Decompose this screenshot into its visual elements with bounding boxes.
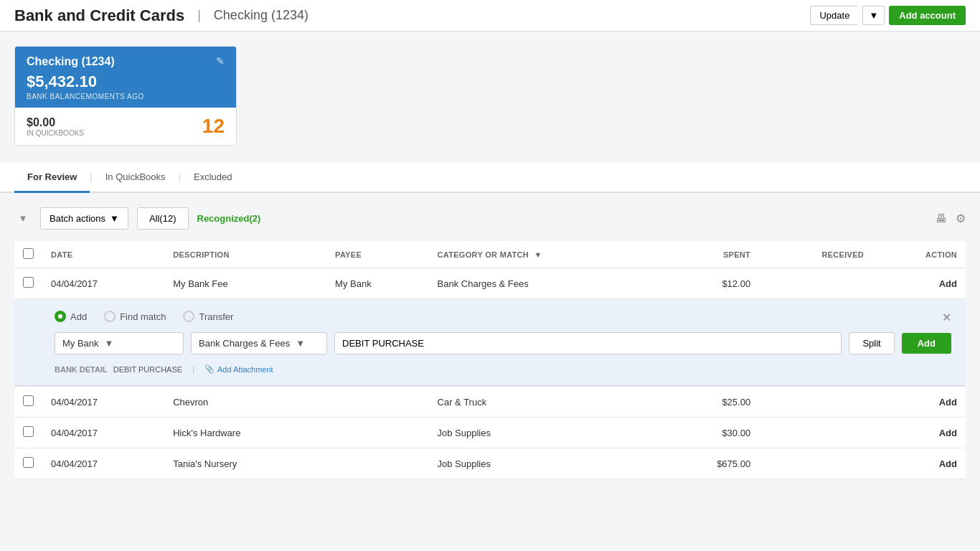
row-checkbox[interactable] <box>23 426 34 437</box>
row-payee: My Bank <box>326 268 428 299</box>
update-button[interactable]: Update <box>810 6 858 25</box>
row-spent: $30.00 <box>661 418 759 448</box>
row-checkbox[interactable] <box>23 277 34 288</box>
tab-excluded[interactable]: Excluded <box>181 163 245 193</box>
category-sort-icon[interactable]: ▼ <box>534 250 542 259</box>
description-header: DESCRIPTION <box>164 241 326 268</box>
select-all-checkbox[interactable] <box>23 248 34 259</box>
batch-actions-label: Batch actions <box>50 213 105 224</box>
row-checkbox[interactable] <box>23 457 34 468</box>
row-description: My Bank Fee <box>164 268 326 299</box>
option-add[interactable]: Add <box>55 311 87 322</box>
row-received <box>759 387 872 418</box>
row-checkbox-cell <box>14 448 42 479</box>
date-header: DATE <box>42 241 164 268</box>
qb-balance-label: IN QUICKBOOKS <box>27 129 84 137</box>
expand-fields: My Bank ▼ Bank Charges & Fees ▼ Split Ad… <box>55 332 951 354</box>
table-row[interactable]: 04/04/2017 My Bank Fee My Bank Bank Char… <box>14 268 966 299</box>
print-icon[interactable]: 🖶 <box>936 212 947 225</box>
tab-for-review[interactable]: For Review <box>14 163 90 193</box>
row-category: Job Supplies <box>429 418 662 448</box>
bank-detail-value: DEBIT PURCHASE <box>113 365 182 374</box>
add-account-button[interactable]: Add account <box>889 6 966 25</box>
row-checkbox-cell <box>14 387 42 418</box>
category-select-value: Bank Charges & Fees <box>199 338 290 349</box>
breadcrumb-separator: | <box>197 8 201 23</box>
row-checkbox[interactable] <box>23 395 34 406</box>
received-header: RECEIVED <box>759 241 872 268</box>
bank-balance: $5,432.10 <box>27 72 144 91</box>
table-row[interactable]: 04/04/2017 Chevron Car & Truck $25.00 Ad… <box>14 387 966 418</box>
row-add-action[interactable]: Add <box>872 387 966 418</box>
spent-header: SPENT <box>661 241 759 268</box>
expanded-row: Add Find match Transfer <box>14 299 966 387</box>
table-row[interactable]: 04/04/2017 Hick's Hardware Job Supplies … <box>14 418 966 448</box>
qb-balance: $0.00 <box>27 116 84 129</box>
payee-select-arrow: ▼ <box>105 338 114 349</box>
bank-detail-separator: | <box>192 365 194 374</box>
tab-bar: For Review | In QuickBooks | Excluded <box>0 163 980 193</box>
row-date: 04/04/2017 <box>42 387 164 418</box>
action-header: ACTION <box>872 241 966 268</box>
memo-input[interactable] <box>334 332 842 354</box>
option-find-match[interactable]: Find match <box>104 311 166 322</box>
row-add-action[interactable]: Add <box>872 268 966 299</box>
row-received <box>759 448 872 479</box>
add-button[interactable]: Add <box>902 333 951 354</box>
row-category: Bank Charges & Fees <box>429 268 662 299</box>
payee-select-value: My Bank <box>62 338 99 349</box>
add-attachment-link[interactable]: 📎 Add Attachment <box>204 364 273 374</box>
option-transfer[interactable]: Transfer <box>183 311 233 322</box>
top-bar-actions: Update ▼ Add account <box>810 6 966 25</box>
expand-options: Add Find match Transfer <box>55 311 951 322</box>
row-spent: $12.00 <box>661 268 759 299</box>
timestamp: Moments ago <box>86 93 144 100</box>
table-row[interactable]: 04/04/2017 Tania's Nursery Job Supplies … <box>14 448 966 479</box>
account-card: Checking (1234) $5,432.10 BANK BALANCE M… <box>14 46 237 146</box>
bank-balance-label: BANK BALANCE <box>27 93 86 100</box>
attachment-icon: 📎 <box>204 364 215 374</box>
row-spent: $675.00 <box>661 448 759 479</box>
sort-icon[interactable]: ▼ <box>14 210 32 227</box>
row-category: Car & Truck <box>429 387 662 418</box>
row-checkbox-cell <box>14 418 42 448</box>
row-add-action[interactable]: Add <box>872 448 966 479</box>
row-received <box>759 268 872 299</box>
row-date: 04/04/2017 <box>42 268 164 299</box>
expanded-panel: Add Find match Transfer <box>14 299 966 386</box>
category-select[interactable]: Bank Charges & Fees ▼ <box>191 332 327 354</box>
add-attachment-label: Add Attachment <box>217 365 273 374</box>
settings-icon[interactable]: ⚙ <box>956 212 966 225</box>
option-transfer-label: Transfer <box>199 311 233 322</box>
tab-in-quickbooks[interactable]: In QuickBooks <box>93 163 179 193</box>
payee-select[interactable]: My Bank ▼ <box>55 332 184 354</box>
option-add-label: Add <box>70 311 87 322</box>
page-title: Bank and Credit Cards <box>14 6 184 25</box>
select-all-header <box>14 241 42 268</box>
category-header: CATEGORY OR MATCH ▼ <box>429 241 662 268</box>
row-date: 04/04/2017 <box>42 418 164 448</box>
radio-transfer <box>183 311 194 322</box>
option-find-match-label: Find match <box>120 311 166 322</box>
transaction-count: 12 <box>202 115 225 138</box>
bank-detail-row: BANK DETAIL DEBIT PURCHASE | 📎 Add Attac… <box>55 364 951 374</box>
batch-actions-button[interactable]: Batch actions ▼ <box>40 207 128 230</box>
row-checkbox-cell <box>14 268 42 299</box>
row-description: Hick's Hardware <box>164 418 326 448</box>
row-description: Chevron <box>164 387 326 418</box>
close-expand-icon[interactable]: ✕ <box>942 311 951 324</box>
breadcrumb-sub: Checking (1234) <box>214 8 308 23</box>
edit-account-icon[interactable]: ✎ <box>216 55 225 67</box>
row-payee <box>326 448 428 479</box>
bank-detail-label: BANK DETAIL <box>55 365 108 374</box>
row-add-action[interactable]: Add <box>872 418 966 448</box>
update-dropdown-button[interactable]: ▼ <box>862 6 885 25</box>
row-description: Tania's Nursery <box>164 448 326 479</box>
account-card-name: Checking (1234) <box>27 55 144 68</box>
row-payee <box>326 387 428 418</box>
row-date: 04/04/2017 <box>42 448 164 479</box>
all-filter-button[interactable]: All(12) <box>137 207 189 230</box>
recognized-filter-button[interactable]: Recognized(2) <box>197 213 261 224</box>
radio-add <box>55 311 66 322</box>
split-button[interactable]: Split <box>849 332 894 354</box>
